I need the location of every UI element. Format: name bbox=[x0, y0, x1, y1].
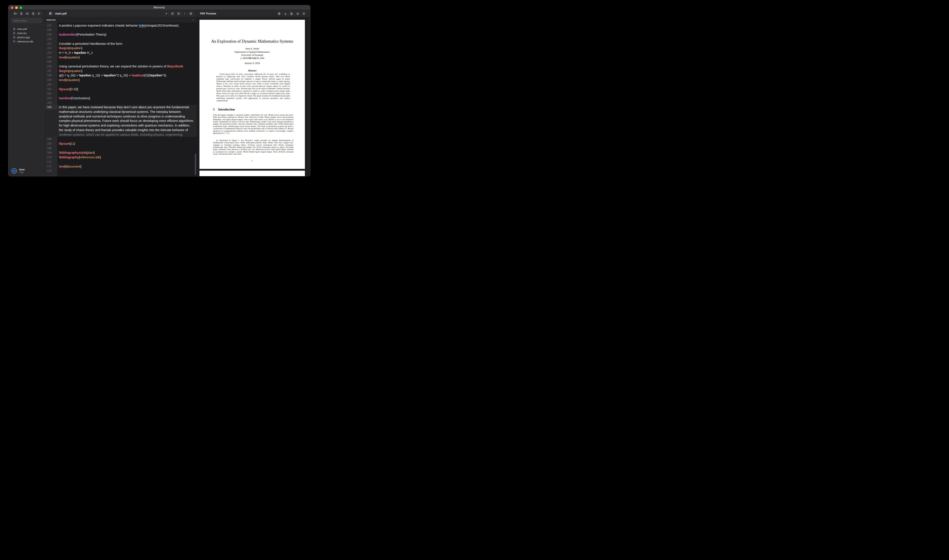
code-line-151: 151Consider a perturbed Hamiltonian of t… bbox=[45, 42, 197, 46]
split-horizontal-icon bbox=[171, 12, 174, 15]
line-content: \end{equation} bbox=[57, 78, 197, 82]
toggle-sidebar-button[interactable] bbox=[48, 11, 53, 16]
line-number: 172 bbox=[45, 164, 57, 169]
code-line-152: 152\begin{equation} bbox=[45, 46, 197, 51]
line-number: 170 bbox=[45, 155, 57, 160]
app-window: Manusly PDFmain.pdfmain.texphysics.jpgre… bbox=[8, 5, 310, 176]
line-number: 160 bbox=[45, 82, 57, 87]
file-item-main-tex[interactable]: main.tex bbox=[8, 31, 45, 35]
line-number: 169 bbox=[45, 151, 57, 155]
paper-author: John A. Smith bbox=[199, 47, 305, 50]
minimize-window-button[interactable] bbox=[15, 6, 18, 9]
editor-toolbar: main.pdf bbox=[45, 10, 197, 17]
layout-panel-button[interactable] bbox=[188, 11, 194, 16]
line-number: 154 bbox=[45, 55, 57, 60]
open-document-tab[interactable]: main.pdf bbox=[55, 12, 66, 15]
git-branch-icon bbox=[38, 12, 41, 15]
line-number: 148 bbox=[45, 28, 57, 32]
add-document-button[interactable] bbox=[31, 11, 35, 16]
line-content: \end{equation} bbox=[57, 55, 197, 60]
paper-title: An Exploration of Dynamic Mathematics Sy… bbox=[199, 39, 305, 44]
intro-paragraph-2: As illustrated in Figure 1, the Newton’s… bbox=[213, 139, 293, 155]
new-file-button[interactable] bbox=[18, 11, 24, 16]
split-vertical-button[interactable] bbox=[176, 11, 181, 16]
line-content: \end{document} bbox=[57, 164, 197, 169]
code-line-171: 171 bbox=[45, 160, 197, 164]
section-heading: 1Introduction bbox=[213, 108, 235, 111]
plus-button[interactable] bbox=[164, 11, 169, 16]
line-number: 163 bbox=[45, 96, 57, 101]
line-content: \section{Conclusions} bbox=[57, 96, 197, 101]
line-number: 171 bbox=[45, 160, 57, 164]
zoom-window-button[interactable] bbox=[20, 6, 22, 9]
git-branch-button[interactable] bbox=[37, 11, 42, 16]
print-icon bbox=[278, 12, 281, 15]
pdf-preview-pane: PDF Preview An Exploration of Dynamic Ma… bbox=[197, 10, 310, 176]
code-line-165: 165In this paper, we have reviewed becau… bbox=[45, 105, 197, 137]
pdf-preview-title: PDF Preview bbox=[200, 12, 216, 15]
page-number: 1 bbox=[199, 160, 305, 162]
user-account[interactable]: US User Trial bbox=[8, 166, 45, 176]
tex-source-button[interactable] bbox=[289, 11, 294, 16]
run-button[interactable] bbox=[182, 11, 187, 16]
code-line-170: 170\bibliography{references.bib} bbox=[45, 155, 197, 160]
code-editor[interactable]: 146147A positive Lyapunov exponent indic… bbox=[45, 22, 197, 176]
line-number: 149 bbox=[45, 32, 57, 37]
download-button[interactable] bbox=[283, 11, 288, 16]
code-line-173: 173 bbox=[45, 169, 197, 173]
panel-left-icon bbox=[49, 12, 52, 15]
open-external-button[interactable] bbox=[295, 11, 300, 16]
new-folder-icon bbox=[26, 12, 29, 15]
close-tab-button[interactable] bbox=[191, 18, 195, 22]
code-file-icon bbox=[13, 32, 15, 34]
line-number: 165 bbox=[45, 105, 57, 109]
run-icon bbox=[183, 12, 186, 15]
code-line-162: 162 bbox=[45, 91, 197, 96]
code-line-156: 156Using canonical perturbation theory, … bbox=[45, 64, 197, 69]
file-item-physics-jpg[interactable]: physics.jpg bbox=[8, 35, 45, 39]
pdf-page-2 bbox=[199, 171, 305, 176]
line-number: 151 bbox=[45, 42, 57, 46]
editor-scrollbar[interactable] bbox=[195, 154, 196, 175]
split-horizontal-button[interactable] bbox=[170, 11, 175, 16]
file-item-references-bib[interactable]: references.bib bbox=[8, 39, 45, 43]
tex-source-icon bbox=[290, 12, 293, 15]
print-button[interactable] bbox=[277, 11, 282, 16]
line-number: 155 bbox=[45, 60, 57, 64]
line-content: \begin{equation} bbox=[57, 69, 197, 73]
file-item-main-pdf[interactable]: PDFmain.pdf bbox=[8, 27, 45, 31]
code-line-158: 158q(t) = q_0(t) + \epsilon q_1(t) + \ep… bbox=[45, 73, 197, 78]
code-lines: 146147A positive Lyapunov exponent indic… bbox=[45, 22, 197, 173]
file-name: main.pdf bbox=[17, 28, 27, 30]
user-plan-badge: Trial bbox=[19, 171, 25, 174]
layout-panel-icon bbox=[189, 12, 193, 15]
new-folder-button[interactable] bbox=[25, 11, 30, 16]
assistant-button[interactable] bbox=[301, 11, 307, 16]
line-number: 150 bbox=[45, 37, 57, 42]
tab-main-tex[interactable]: main.tex bbox=[45, 18, 56, 21]
abstract-text: Lorem ipsum dolor sit amet, consectetuer… bbox=[216, 73, 290, 102]
code-line-167: 167\lipsum[11] bbox=[45, 142, 197, 146]
close-icon bbox=[192, 18, 194, 21]
titlebar: Manusly bbox=[8, 5, 310, 10]
plus-icon bbox=[165, 12, 168, 15]
line-content: A positive Lyapunov exponent indicates c… bbox=[57, 23, 197, 28]
close-window-button[interactable] bbox=[11, 6, 13, 9]
pdf-viewer[interactable]: An Exploration of Dynamic Mathematics Sy… bbox=[197, 17, 310, 176]
line-content: \lipsum[9-10] bbox=[57, 87, 197, 92]
line-content: \bibliographystyle{plain} bbox=[57, 151, 197, 155]
code-line-150: 150 bbox=[45, 37, 197, 42]
split-vertical-icon bbox=[177, 12, 180, 15]
open-external-icon bbox=[296, 12, 299, 15]
line-content: q(t) = q_0(t) + \epsilon q_1(t) + \epsil… bbox=[57, 73, 197, 78]
search-input[interactable] bbox=[11, 18, 42, 23]
code-line-160: 160 bbox=[45, 82, 197, 87]
line-content: In this paper, we have reviewed because … bbox=[57, 105, 197, 137]
add-document-icon bbox=[32, 12, 35, 15]
new-file-icon bbox=[20, 12, 23, 15]
image-file-icon bbox=[13, 36, 15, 38]
line-number: 173 bbox=[45, 169, 57, 173]
line-content: \bibliography{references.bib} bbox=[57, 155, 197, 160]
open-folder-button[interactable] bbox=[13, 11, 18, 16]
line-number: 157 bbox=[45, 69, 57, 73]
